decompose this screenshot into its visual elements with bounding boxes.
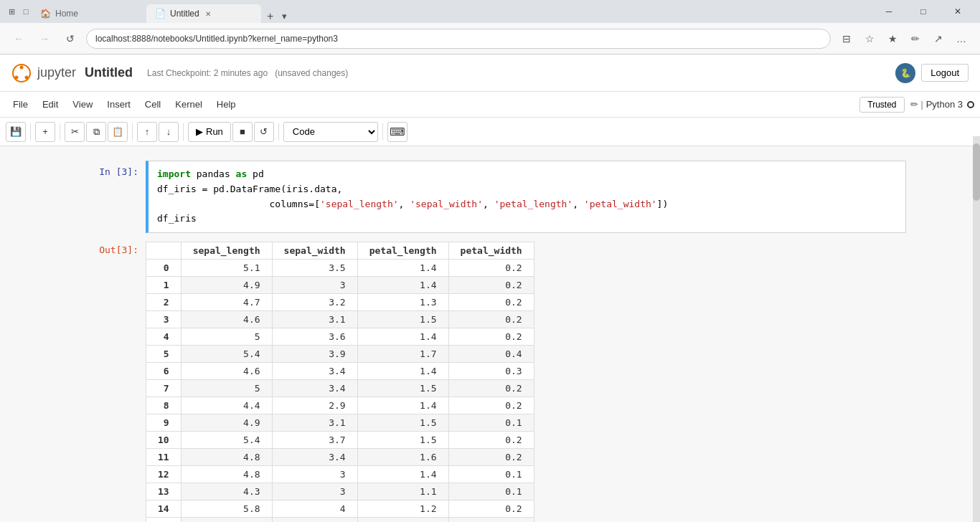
new-tab-button[interactable]: + [261, 10, 279, 23]
table-row-index: 13 [146, 483, 182, 500]
favorite-icon[interactable]: ☆ [859, 29, 880, 49]
pen-toolbar-icon: ✏ [910, 99, 918, 110]
table-cell: 0.1 [448, 466, 534, 483]
jupyter-header: jupyter Untitled Last Checkpoint: 2 minu… [0, 54, 980, 92]
forward-button[interactable]: → [34, 29, 55, 49]
toolbar-separator-2 [60, 123, 60, 141]
menu-view[interactable]: View [65, 96, 100, 113]
menu-insert[interactable]: Insert [100, 96, 138, 113]
menu-bar: File Edit View Insert Cell Kernel Help T… [0, 92, 980, 118]
table-col-sepal-width: sepal_width [272, 242, 357, 260]
header-right: 🐍 Logout [895, 63, 969, 83]
move-up-button[interactable]: ↑ [137, 122, 157, 142]
table-col-petal-width: petal_width [448, 242, 534, 260]
refresh-button[interactable]: ↺ [60, 29, 80, 49]
trusted-button[interactable]: Trusted [859, 97, 904, 113]
tab-list-dropdown[interactable]: ▾ [281, 9, 288, 23]
keyword-as: as [236, 169, 248, 179]
browser-toolbar: ⊟ ☆ ★ ✏ ↗ … [837, 29, 971, 49]
address-input[interactable]: localhost:8888/notebooks/Untitled.ipynb?… [86, 29, 831, 49]
close-button[interactable]: ✕ [941, 0, 974, 23]
table-row-index: 5 [146, 346, 182, 363]
table-cell: 0.2 [448, 432, 534, 449]
table-row-index: 2 [146, 294, 182, 311]
paste-button[interactable]: 📋 [108, 122, 128, 142]
cell-type-select[interactable]: Code Markdown Raw NBConvert Heading [283, 122, 378, 142]
more-icon[interactable]: … [951, 29, 971, 49]
table-cell: 5.8 [181, 500, 272, 518]
table-cell: 1.4 [357, 328, 448, 346]
kernel-name: Python 3 [926, 99, 963, 110]
jupyter-title: jupyter [37, 65, 76, 80]
restart-button[interactable]: ↺ [254, 122, 274, 142]
minimize-button[interactable]: ─ [872, 0, 905, 23]
notebook-name[interactable]: Untitled [85, 65, 133, 80]
jupyter-logo: jupyter [11, 63, 76, 83]
table-cell: 4.4 [181, 397, 272, 414]
checkpoint-info: Last Checkpoint: 2 minutes ago (unsaved … [147, 68, 348, 78]
table-cell: 1.5 [357, 414, 448, 432]
table-cell: 1.1 [357, 483, 448, 500]
menu-kernel[interactable]: Kernel [168, 96, 209, 113]
table-cell: 5.4 [181, 346, 272, 363]
pen-icon[interactable]: ✏ [905, 29, 925, 49]
table-row-index: 3 [146, 311, 182, 328]
maximize-button[interactable]: □ [907, 0, 940, 23]
table-row-index: 0 [146, 260, 182, 277]
menu-cell[interactable]: Cell [138, 96, 168, 113]
menu-edit[interactable]: Edit [35, 96, 65, 113]
menu-separator: | [921, 100, 923, 110]
run-button[interactable]: ▶ Run [188, 122, 231, 142]
table-row: 64.63.41.40.3 [146, 363, 534, 380]
table-cell: 0.2 [448, 500, 534, 518]
stop-button[interactable]: ■ [232, 122, 253, 142]
table-cell: 0.4 [448, 518, 534, 522]
copy-button[interactable]: ⧉ [86, 122, 106, 142]
table-row: 155.74.41.50.4 [146, 518, 534, 522]
toolbar-separator-3 [132, 123, 133, 141]
table-row: 14.931.40.2 [146, 277, 534, 294]
menu-file[interactable]: File [6, 96, 35, 113]
logout-button[interactable]: Logout [921, 64, 969, 82]
table-cell: 0.4 [448, 346, 534, 363]
table-row-index: 6 [146, 363, 182, 380]
code-editor[interactable]: import pandas as pd df_iris = pd.DataFra… [146, 161, 906, 233]
cell-input-content: import pandas as pd df_iris = pd.DataFra… [146, 161, 906, 233]
cut-button[interactable]: ✂ [65, 122, 85, 142]
scrollbar[interactable] [973, 136, 980, 522]
table-cell: 0.2 [448, 294, 534, 311]
collections-icon[interactable]: ★ [882, 29, 903, 49]
table-cell: 5.7 [181, 518, 272, 522]
scrollbar-thumb[interactable] [973, 143, 980, 201]
cell-output-label: Out[3]: [74, 239, 146, 522]
output-cell-3: Out[3]: sepal_length sepal_width petal_l… [60, 239, 920, 522]
table-cell: 3 [272, 483, 357, 500]
back-button[interactable]: ← [9, 29, 29, 49]
add-cell-button[interactable]: + [35, 122, 55, 142]
keyboard-shortcuts-button[interactable]: ⌨ [387, 122, 407, 142]
svg-point-2 [15, 75, 19, 79]
code-cell-3: In [3]: import pandas as pd df_iris = pd… [60, 161, 920, 233]
move-down-button[interactable]: ↓ [159, 122, 179, 142]
table-row: 24.73.21.30.2 [146, 294, 534, 311]
table-cell: 5.1 [181, 260, 272, 277]
code-line-1: import pandas as pd [157, 167, 897, 182]
tab-active[interactable]: 📄 Untitled ✕ [146, 4, 261, 23]
menu-help[interactable]: Help [209, 96, 243, 113]
split-view-icon[interactable]: ⊟ [837, 29, 857, 49]
table-row: 55.43.91.70.4 [146, 346, 534, 363]
table-row: 34.63.11.50.2 [146, 311, 534, 328]
tab-close-button[interactable]: ✕ [204, 9, 212, 19]
toolbar-separator-1 [30, 123, 31, 141]
jupyter-logo-icon [11, 63, 32, 83]
tab-home[interactable]: 🏠 Home [32, 4, 146, 23]
table-row-index: 1 [146, 277, 182, 294]
save-button[interactable]: 💾 [6, 122, 26, 142]
window-controls: ─ □ ✕ [872, 0, 974, 23]
table-cell: 1.5 [357, 380, 448, 397]
table-cell: 3.1 [272, 311, 357, 328]
keyword-import: import [157, 169, 191, 179]
share-icon[interactable]: ↗ [928, 29, 948, 49]
table-row-index: 11 [146, 449, 182, 466]
table-row-index: 9 [146, 414, 182, 432]
